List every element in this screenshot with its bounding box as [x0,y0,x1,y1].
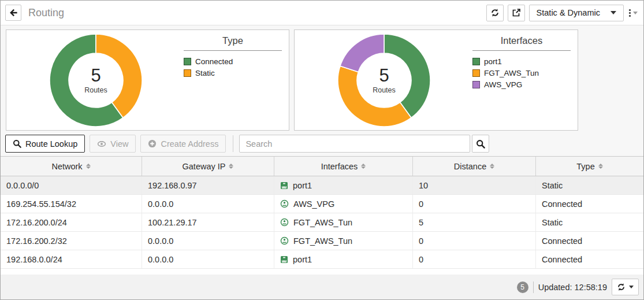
network-cell: 0.0.0.0/0 [1,176,142,194]
interface-cell: AWS_VPG [274,195,413,213]
column-header-type[interactable]: Type [536,157,643,176]
type-cell: Connected [536,250,643,268]
legend-swatch-icon [472,81,480,88]
donut-slice-Static[interactable] [96,34,142,118]
column-label: Distance [454,162,486,171]
legend-swatch-icon [184,58,191,65]
legend-items: port1FGT_AWS_TunAWS_VPG [472,57,571,89]
interface-cell: FGT_AWS_Tun [274,213,413,231]
search-input[interactable] [239,135,470,153]
port-icon [280,182,288,190]
interface-label: port1 [293,181,312,190]
open-in-window-button[interactable] [508,5,525,21]
interface-cell: port1 [274,250,413,268]
header-actions: Static & Dynamic [486,5,639,21]
footer-statusbar: 5 Updated: 12:58:19 [1,275,643,299]
legend-item: port1 [472,57,571,66]
chevron-down-icon [633,12,638,14]
table-row[interactable]: 0.0.0.0/0192.168.0.97 port110Static [1,176,643,195]
chevron-down-icon [611,11,616,14]
distance-cell: 0 [413,232,536,250]
legend-swatch-icon [472,58,480,65]
interface-cell: port1 [274,176,413,194]
network-cell: 169.254.55.154/32 [1,195,142,213]
view-label: View [110,139,128,149]
toolbar-divider [233,135,233,152]
sort-icon [361,164,366,169]
donut-slice-FGT_AWS_Tun[interactable] [338,66,411,127]
refresh-icon [490,8,500,17]
interface-label: FGT_AWS_Tun [293,236,352,246]
table-row[interactable]: 169.254.55.154/320.0.0.0 AWS_VPG0Connect… [1,195,643,213]
toolbar: Route Lookup View Create Address [1,131,643,156]
legend-label: FGT_AWS_Tun [484,69,539,77]
column-header-gateway-ip[interactable]: Gateway IP [142,157,274,176]
refresh-button[interactable] [486,5,504,21]
gateway-cell: 192.168.0.97 [142,176,274,194]
network-cell: 192.168.0.0/24 [1,250,142,268]
type-cell: Static [536,176,643,194]
column-header-network[interactable]: Network [1,157,142,176]
legend-label: port1 [484,57,502,66]
legend-item: AWS_VPG [472,80,571,89]
search-icon [13,139,21,148]
type-chart-panel: 5 Routes Type ConnectedStatic [6,29,289,131]
view-button[interactable]: View [90,135,136,153]
port-icon [280,255,288,264]
legend-label: Connected [195,57,233,66]
distance-cell: 10 [413,176,536,194]
chevron-down-icon [629,286,634,288]
column-header-distance[interactable]: Distance [413,157,536,176]
interface-cell: FGT_AWS_Tun [274,232,413,250]
footer-refresh-button[interactable] [612,279,639,295]
routing-page: Routing [0,0,644,300]
sort-icon [598,164,603,169]
search-icon [476,139,485,149]
refresh-icon [617,283,626,291]
route-lookup-button[interactable]: Route Lookup [5,135,85,153]
donut-slice-AWS_VPG[interactable] [340,34,384,72]
legend-label: AWS_VPG [484,80,522,89]
kebab-menu-icon [629,9,631,17]
distance-cell: 0 [413,250,536,268]
type-cell: Static [536,213,643,231]
legend-swatch-icon [184,69,191,77]
table-row[interactable]: 192.168.0.0/240.0.0.0 port10Connected [1,250,643,269]
column-label: Type [576,162,594,171]
table-row[interactable]: 172.16.200.0/24100.21.29.17 FGT_AWS_Tun5… [1,213,643,232]
routes-table: NetworkGateway IPInterfacesDistanceType … [1,156,643,276]
network-cell: 172.16.200.0/24 [1,213,142,231]
legend-title: Interfaces [472,35,571,51]
sort-icon [490,164,494,169]
distance-cell: 0 [413,195,536,213]
row-count-badge: 5 [517,282,528,293]
distance-cell: 5 [413,213,536,231]
route-view-mode-dropdown[interactable]: Static & Dynamic [529,5,624,21]
more-options-menu[interactable] [628,9,639,17]
legend-items: ConnectedStatic [184,57,282,77]
tunnel-icon [280,199,289,208]
arrow-left-icon [9,8,18,17]
legend-item: Static [184,69,282,77]
eye-icon [97,139,106,149]
legend-swatch-icon [472,69,480,77]
column-label: Network [51,162,82,171]
interfaces-legend: Interfaces port1FGT_AWS_TunAWS_VPG [472,35,578,92]
gateway-cell: 100.21.29.17 [142,213,274,231]
column-header-interfaces[interactable]: Interfaces [274,157,413,176]
table-row[interactable]: 172.16.200.2/320.0.0.0 FGT_AWS_Tun0Conne… [1,232,643,250]
sort-icon [86,164,91,169]
column-label: Gateway IP [183,162,226,171]
gateway-cell: 0.0.0.0 [142,232,274,250]
type-legend: Type ConnectedStatic [184,35,289,80]
tunnel-icon [280,218,289,227]
interface-label: AWS_VPG [293,199,334,209]
table-body: 0.0.0.0/0192.168.0.97 port110Static169.2… [1,176,643,269]
route-view-mode-label: Static & Dynamic [537,8,600,17]
back-button[interactable] [5,5,21,21]
tunnel-icon [280,236,289,245]
search-button[interactable] [472,135,489,153]
external-link-icon [512,8,521,17]
donut-slice-port1[interactable] [384,34,430,118]
create-address-button[interactable]: Create Address [140,135,226,153]
